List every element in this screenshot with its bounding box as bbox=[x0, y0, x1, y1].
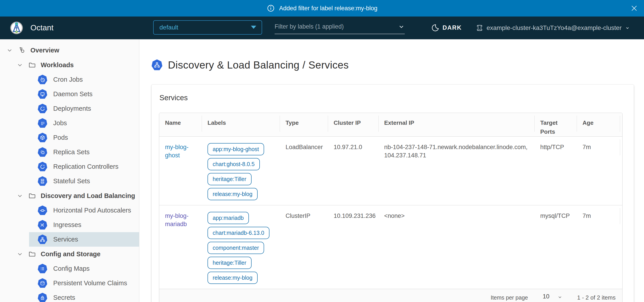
sidebar-item-overview[interactable]: Overview bbox=[0, 43, 139, 58]
sidebar-item-label: Discovery and Load Balancing bbox=[41, 192, 135, 200]
cluster-context-value: example-cluster-ka3TuTzYo4a@example-clus… bbox=[486, 24, 622, 31]
items-per-page-value: 10 bbox=[543, 293, 550, 300]
sidebar-item-label: Config and Storage bbox=[41, 250, 100, 258]
cluster-context-select[interactable]: example-cluster-ka3TuTzYo4a@example-clus… bbox=[476, 24, 630, 32]
pods-icon bbox=[38, 133, 48, 143]
sidebar-item-replica-sets[interactable]: Replica Sets bbox=[29, 145, 139, 159]
table-row: my-blog-mariadbapp:mariadbchart:mariadb-… bbox=[159, 205, 622, 289]
label-pill[interactable]: component:master bbox=[208, 242, 264, 254]
label-pill[interactable]: app:mariadb bbox=[208, 212, 249, 224]
deployments-icon bbox=[38, 104, 48, 114]
service-resource-icon bbox=[152, 59, 162, 71]
services-icon bbox=[38, 235, 48, 244]
daemon-sets-icon bbox=[38, 89, 48, 99]
label-pill[interactable]: chart:mariadb-6.13.0 bbox=[208, 227, 270, 239]
sidebar-item-persistent-volume-claims[interactable]: Persistent Volume Claims bbox=[29, 276, 139, 290]
sidebar-item-label: Replication Controllers bbox=[53, 163, 118, 170]
namespace-value: default bbox=[160, 24, 178, 31]
dark-theme-toggle[interactable]: DARK bbox=[431, 24, 462, 32]
label-pill[interactable]: chart:ghost-8.0.5 bbox=[208, 158, 260, 170]
table-header-row: NameLabelsTypeCluster IPExternal IPTarge… bbox=[159, 113, 622, 136]
table-row: my-blog-ghostapp:my-blog-ghostchart:ghos… bbox=[159, 136, 622, 205]
label-filter-placeholder: Filter by labels (1 applied) bbox=[274, 23, 344, 30]
chevron-down-icon[interactable] bbox=[6, 47, 13, 54]
pagination-range: 1 - 2 of 2 items bbox=[577, 294, 616, 301]
sidebar-item-horizontal-pod-autoscalers[interactable]: Horizontal Pod Autoscalers bbox=[29, 203, 139, 218]
sidebar-item-config-maps[interactable]: Config Maps bbox=[29, 261, 139, 276]
cell-external-ip: nb-104-237-148-71.newark.nodebalancer.li… bbox=[378, 137, 534, 205]
chevron-down-icon[interactable] bbox=[16, 62, 23, 68]
services-table: NameLabelsTypeCluster IPExternal IPTarge… bbox=[159, 113, 622, 302]
caret-down-icon bbox=[251, 26, 256, 29]
close-icon[interactable] bbox=[630, 4, 638, 12]
stateful-sets-icon bbox=[38, 176, 48, 186]
sidebar-item-stateful-sets[interactable]: Stateful Sets bbox=[29, 174, 139, 188]
sidebar-item-jobs[interactable]: Jobs bbox=[29, 116, 139, 130]
sidebar-navigation: OverviewWorkloadsCron JobsDaemon SetsDep… bbox=[0, 39, 139, 302]
sidebar-item-label: Jobs bbox=[53, 119, 67, 127]
sidebar-item-label: Config Maps bbox=[53, 265, 90, 272]
chevron-down-icon[interactable] bbox=[16, 192, 23, 199]
label-pill[interactable]: heritage:Tiller bbox=[208, 257, 252, 269]
column-header-type: Type bbox=[280, 113, 328, 136]
notification-banner: Added filter for label release:my-blog bbox=[0, 0, 644, 16]
cron-jobs-icon bbox=[38, 75, 48, 85]
sidebar-item-label: Ingresses bbox=[53, 221, 82, 229]
sidebar-item-label: Overview bbox=[30, 47, 59, 54]
replica-sets-icon bbox=[38, 147, 48, 157]
sidebar-item-services[interactable]: Services bbox=[29, 232, 139, 247]
folder-icon bbox=[28, 250, 36, 258]
service-name-link[interactable]: my-blog-mariadb bbox=[165, 212, 188, 228]
cell-external-ip: <none> bbox=[378, 205, 534, 289]
sidebar-item-label: Pods bbox=[53, 134, 68, 141]
sidebar-item-deployments[interactable]: Deployments bbox=[29, 101, 139, 116]
service-name-link[interactable]: my-blog-ghost bbox=[165, 144, 188, 159]
sidebar-item-workloads[interactable]: Workloads bbox=[0, 58, 139, 72]
chevron-down-icon bbox=[557, 294, 563, 300]
info-icon bbox=[266, 4, 275, 12]
items-per-page-label: Items per page bbox=[490, 295, 528, 301]
column-header-spacer bbox=[620, 113, 622, 136]
label-pill[interactable]: app:my-blog-ghost bbox=[208, 143, 264, 155]
cell-age: 7m bbox=[577, 205, 620, 289]
cell-name: my-blog-mariadb bbox=[159, 205, 202, 289]
config-maps-icon bbox=[38, 264, 48, 274]
label-pill[interactable]: release:my-blog bbox=[208, 188, 258, 200]
cell-target-ports: http/TCP bbox=[534, 137, 577, 205]
sidebar-item-label: Stateful Sets bbox=[53, 177, 90, 185]
label-pill[interactable]: heritage:Tiller bbox=[208, 173, 252, 185]
sidebar-item-label: Cron Jobs bbox=[53, 76, 83, 83]
column-header-external-ip: External IP bbox=[378, 113, 534, 136]
column-header-target-ports: Target Ports bbox=[534, 113, 577, 136]
hpa-icon bbox=[38, 206, 48, 215]
sidebar-item-discovery-and-load-balancing[interactable]: Discovery and Load Balancing bbox=[0, 188, 139, 203]
sidebar-item-label: Secrets bbox=[53, 294, 75, 301]
sidebar-item-label: Replica Sets bbox=[53, 149, 90, 156]
sidebar-item-daemon-sets[interactable]: Daemon Sets bbox=[29, 87, 139, 101]
sidebar-item-pods[interactable]: Pods bbox=[29, 130, 139, 145]
octant-logo-icon bbox=[10, 21, 23, 35]
app-header: Octant default Filter by labels (1 appli… bbox=[0, 16, 644, 39]
banner-message: Added filter for label release:my-blog bbox=[279, 5, 378, 12]
sidebar-item-cron-jobs[interactable]: Cron Jobs bbox=[29, 72, 139, 87]
overview-icon bbox=[18, 46, 26, 54]
sidebar-item-config-and-storage[interactable]: Config and Storage bbox=[0, 247, 139, 261]
namespace-select[interactable]: default bbox=[153, 20, 262, 35]
folder-icon bbox=[28, 61, 36, 69]
sidebar-item-replication-controllers[interactable]: Replication Controllers bbox=[29, 159, 139, 174]
label-filter-input[interactable]: Filter by labels (1 applied) bbox=[274, 23, 405, 34]
chevron-down-icon[interactable] bbox=[16, 251, 23, 257]
sidebar-item-label: Deployments bbox=[53, 105, 91, 112]
label-pill[interactable]: release:my-blog bbox=[208, 272, 258, 284]
column-header-name: Name bbox=[159, 113, 202, 136]
moon-icon bbox=[431, 24, 439, 32]
sidebar-item-secrets[interactable]: Secrets bbox=[29, 290, 139, 302]
items-per-page-select[interactable]: 10 bbox=[539, 293, 565, 302]
cell-type: ClusterIP bbox=[280, 205, 328, 289]
cell-type: LoadBalancer bbox=[280, 137, 328, 205]
sidebar-item-ingresses[interactable]: Ingresses bbox=[29, 218, 139, 232]
row-spacer bbox=[620, 137, 622, 205]
app-title: Octant bbox=[30, 23, 54, 32]
main-content: Discovery & Load Balancing / Services Se… bbox=[139, 39, 644, 302]
folder-icon bbox=[28, 192, 36, 200]
